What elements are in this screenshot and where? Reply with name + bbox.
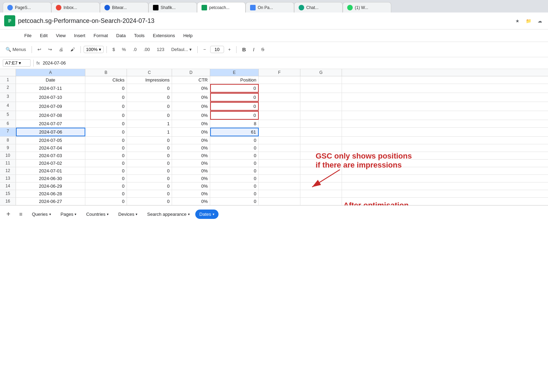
cell-date[interactable]: 2024-07-01 xyxy=(16,167,85,174)
cell-position[interactable]: 0 xyxy=(210,198,259,205)
cell-ctr[interactable]: 0% xyxy=(172,182,210,190)
cell-impressions[interactable]: 0 xyxy=(127,198,172,205)
table-row[interactable]: 16 2024-06-27 0 0 0% 0 xyxy=(0,198,548,205)
cell-ref-dropdown[interactable]: ▾ xyxy=(19,60,21,66)
cell-date[interactable]: 2024-06-30 xyxy=(16,175,85,182)
decrease-font-button[interactable]: − xyxy=(200,45,209,53)
cell-ctr[interactable]: 0% xyxy=(172,120,210,127)
tab-bitwarden[interactable]: Bitwar... xyxy=(100,2,148,12)
cell-g[interactable] xyxy=(300,144,342,152)
cell-f[interactable] xyxy=(259,137,300,144)
search-menus-button[interactable]: 🔍 Menus xyxy=(3,45,29,53)
cell-position[interactable]: 0 xyxy=(210,190,259,197)
cell-clicks[interactable]: 0 xyxy=(85,84,127,93)
table-row[interactable]: 1 Date Clicks Impressions CTR Position xyxy=(0,76,548,84)
col-header-d[interactable]: D xyxy=(172,69,210,76)
cell-date[interactable]: 2024-06-27 xyxy=(16,198,85,205)
table-row[interactable]: 5 2024-07-08 0 0 0% 0 xyxy=(0,111,548,120)
table-row[interactable]: 8 2024-07-05 0 0 0% 0 xyxy=(0,137,548,144)
cell-position[interactable]: 0 xyxy=(210,102,259,111)
tab-queries[interactable]: Queries ▾ xyxy=(28,210,55,219)
cell-impressions[interactable]: 0 xyxy=(127,137,172,144)
cell-impressions[interactable]: 1 xyxy=(127,128,172,136)
cell-f[interactable] xyxy=(259,111,300,120)
currency-button[interactable]: $ xyxy=(110,45,118,53)
cell-f[interactable] xyxy=(259,182,300,190)
cell-ctr[interactable]: 0% xyxy=(172,137,210,144)
cell-ctr[interactable]: 0% xyxy=(172,152,210,159)
cell-reference[interactable]: A7:E7 ▾ xyxy=(3,59,31,67)
menu-view[interactable]: View xyxy=(52,31,69,40)
cell-clicks[interactable]: 0 xyxy=(85,120,127,127)
increase-font-button[interactable]: + xyxy=(225,45,234,53)
cell-position[interactable]: 8 xyxy=(210,120,259,127)
sheets-menu-button[interactable]: ≡ xyxy=(15,209,26,220)
cell-position[interactable]: 0 xyxy=(210,167,259,174)
cell-f[interactable] xyxy=(259,120,300,127)
cell-clicks[interactable]: 0 xyxy=(85,93,127,102)
cell-date[interactable]: 2024-06-29 xyxy=(16,182,85,190)
tab-countries[interactable]: Countries ▾ xyxy=(82,210,113,219)
cell-f[interactable] xyxy=(259,160,300,167)
cell-impressions[interactable]: 0 xyxy=(127,167,172,174)
cell-clicks[interactable]: 0 xyxy=(85,190,127,197)
cell-date[interactable]: 2024-07-05 xyxy=(16,137,85,144)
percent-button[interactable]: % xyxy=(119,45,129,53)
strikethrough-button[interactable]: S xyxy=(258,45,267,53)
cell-date[interactable]: 2024-07-11 xyxy=(16,84,85,93)
cell-position[interactable]: 0 xyxy=(210,144,259,152)
cell-g[interactable] xyxy=(300,160,342,167)
cell-ctr[interactable]: 0% xyxy=(172,190,210,197)
cell-impressions[interactable]: 0 xyxy=(127,111,172,120)
menu-insert[interactable]: Insert xyxy=(70,31,89,40)
cell-impressions[interactable]: 1 xyxy=(127,120,172,127)
cell-f[interactable] xyxy=(259,84,300,93)
tab-onpage[interactable]: On Pa... xyxy=(246,2,294,12)
cell-position[interactable]: Position xyxy=(210,76,259,84)
cell-g[interactable] xyxy=(300,111,342,120)
menu-format[interactable]: Format xyxy=(90,31,111,40)
col-header-f[interactable]: F xyxy=(259,69,300,76)
cell-clicks[interactable]: Clicks xyxy=(85,76,127,84)
cell-position[interactable]: 0 xyxy=(210,84,259,93)
table-row[interactable]: 14 2024-06-29 0 0 0% 0 xyxy=(0,182,548,190)
tab-inbox[interactable]: Inbox... xyxy=(51,2,100,12)
tab-pages[interactable]: Pages ▾ xyxy=(57,210,81,219)
col-header-c[interactable]: C xyxy=(127,69,172,76)
font-family-button[interactable]: Defaul... ▾ xyxy=(169,45,195,53)
menu-file[interactable]: File xyxy=(21,31,35,40)
cell-f[interactable] xyxy=(259,128,300,136)
cell-g[interactable] xyxy=(300,190,342,197)
move-button[interactable]: 📁 xyxy=(524,17,533,25)
table-row[interactable]: 4 2024-07-09 0 0 0% 0 xyxy=(0,102,548,111)
cell-g[interactable] xyxy=(300,137,342,144)
cell-ctr[interactable]: 0% xyxy=(172,128,210,136)
menu-extensions[interactable]: Extensions xyxy=(149,31,179,40)
table-row[interactable]: 6 2024-07-07 0 1 0% 8 xyxy=(0,120,548,128)
cell-clicks[interactable]: 0 xyxy=(85,198,127,205)
cell-impressions[interactable]: 0 xyxy=(127,144,172,152)
cell-impressions[interactable]: 0 xyxy=(127,102,172,111)
italic-button[interactable]: I xyxy=(250,45,257,54)
cell-clicks[interactable]: 0 xyxy=(85,128,127,136)
col-header-g[interactable]: G xyxy=(300,69,342,76)
cell-g[interactable] xyxy=(300,128,342,136)
cell-f[interactable] xyxy=(259,167,300,174)
cell-date[interactable]: 2024-07-04 xyxy=(16,144,85,152)
col-header-e[interactable]: E xyxy=(210,69,259,76)
bold-button[interactable]: B xyxy=(239,45,249,54)
table-row[interactable]: 10 2024-07-03 0 0 0% 0 xyxy=(0,152,548,160)
cell-impressions[interactable]: 0 xyxy=(127,93,172,102)
cell-date[interactable]: 2024-07-07 xyxy=(16,120,85,127)
tab-pagespeed[interactable]: PageS... xyxy=(3,2,51,12)
cell-f[interactable] xyxy=(259,144,300,152)
cell-g[interactable] xyxy=(300,102,342,111)
cell-position[interactable]: 0 xyxy=(210,175,259,182)
cell-g[interactable] xyxy=(300,93,342,102)
col-header-a[interactable]: A xyxy=(16,69,85,76)
paint-format-button[interactable]: 🖌 xyxy=(68,45,78,53)
undo-button[interactable]: ↩ xyxy=(35,45,44,53)
cell-g[interactable] xyxy=(300,167,342,174)
cell-f[interactable] xyxy=(259,93,300,102)
cell-f[interactable] xyxy=(259,190,300,197)
